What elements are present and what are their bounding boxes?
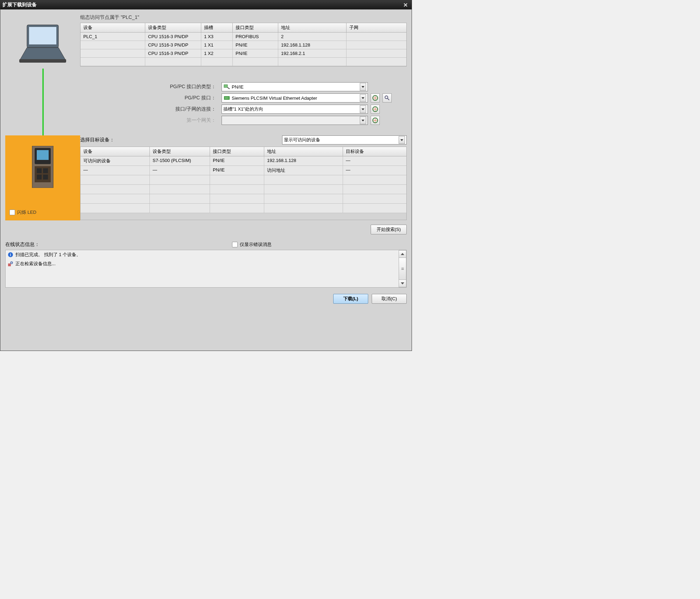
show-devices-select[interactable]: 显示可访问的设备 [282, 135, 407, 145]
table-row [80, 185, 406, 194]
plc-icon [30, 146, 55, 188]
checkbox-icon [9, 210, 15, 215]
search-icon [384, 95, 390, 101]
table-row[interactable]: CPU 1516-3 PN/DP 1 X2 PN/IE 192.168.2.1 [80, 49, 406, 58]
svg-rect-9 [227, 97, 229, 99]
select-target-label: 选择目标设备： [80, 137, 114, 143]
chevron-down-icon [399, 136, 405, 144]
chevron-down-icon [360, 94, 366, 102]
col-iftype: 接口类型 [233, 23, 278, 32]
cancel-button[interactable]: 取消(C) [372, 294, 407, 304]
pgpc-if-type-select[interactable]: PN/IE [222, 82, 368, 91]
flash-led-label: 闪烁 LED [17, 209, 36, 216]
if-value: Siemens PLCSIM Virtual Ethernet Adapter [232, 96, 360, 101]
subnet-settings-button[interactable] [371, 105, 380, 114]
gateway-select [222, 116, 368, 125]
svg-line-5 [227, 87, 230, 89]
status-item: ? 正在检索设备信息... [6, 259, 406, 268]
shield-icon [372, 106, 378, 112]
download-button[interactable]: 下载(L) [333, 294, 368, 304]
if-search-button[interactable] [383, 93, 392, 103]
dialog-content: 组态访问节点属于 "PLC_1" 设备 设备类型 插槽 接口类型 地址 子网 P… [0, 9, 412, 351]
flash-led-checkbox[interactable]: 闪烁 LED [9, 209, 36, 216]
status-label: 在线状态信息： [5, 241, 40, 248]
pnie-icon [223, 84, 230, 90]
svg-rect-3 [19, 59, 66, 63]
svg-rect-19 [37, 168, 42, 173]
tcol-target: 目标设备 [343, 147, 406, 156]
svg-marker-2 [20, 48, 65, 60]
svg-rect-7 [225, 97, 226, 99]
scroll-up-button[interactable] [399, 250, 406, 258]
if-label: PG/PC 接口： [80, 95, 219, 101]
scroll-down-button[interactable] [399, 280, 406, 287]
subnet-value: 插槽"1 X1"处的方向 [223, 106, 360, 112]
status-item: i 扫描已完成。 找到了 1 个设备。 [6, 250, 406, 259]
show-devices-value: 显示可访问的设备 [284, 137, 399, 143]
scrollbar[interactable] [399, 250, 406, 287]
subnet-select[interactable]: 插槽"1 X1"处的方向 [222, 105, 368, 114]
gateway-label: 第一个网关： [80, 117, 219, 124]
svg-point-11 [385, 96, 388, 99]
table-row [80, 175, 406, 185]
if-type-value: PN/IE [232, 84, 360, 90]
tcol-devtype: 设备类型 [150, 147, 210, 156]
pgpc-if-select[interactable]: Siemens PLCSIM Virtual Ethernet Adapter [222, 93, 368, 103]
target-table: 设备 设备类型 接口类型 地址 目标设备 可访问的设备 S7-1500 (PLC… [80, 147, 407, 220]
shield-icon [372, 95, 378, 101]
col-devtype: 设备类型 [145, 23, 201, 32]
show-errors-only-checkbox[interactable]: 仅显示错误消息 [232, 241, 272, 248]
svg-rect-17 [37, 150, 49, 160]
adapter-icon [223, 95, 230, 101]
table-row [80, 58, 406, 66]
table-row [80, 194, 406, 204]
subnet-label: 接口/子网的连接： [80, 106, 219, 112]
search-device-icon: ? [8, 261, 13, 267]
start-search-button[interactable]: 开始搜索(S) [371, 225, 407, 234]
titlebar: 扩展下载到设备 ✕ [0, 0, 412, 9]
col-device: 设备 [80, 23, 145, 32]
table-row[interactable]: 可访问的设备 S7-1500 (PLCSIM) PN/IE 192.168.1.… [80, 156, 406, 166]
show-errors-only-label: 仅显示错误消息 [240, 241, 272, 248]
target-device-panel: 闪烁 LED [5, 135, 80, 220]
tcol-address: 地址 [264, 147, 343, 156]
col-subnet: 子网 [346, 23, 406, 32]
table-row[interactable]: CPU 1516-3 PN/DP 1 X1 PN/IE 192.168.1.12… [80, 41, 406, 49]
gateway-settings-button[interactable] [371, 116, 380, 125]
col-slot: 插槽 [201, 23, 233, 32]
chevron-down-icon [360, 117, 366, 124]
svg-rect-20 [43, 168, 48, 173]
chevron-down-icon [360, 83, 366, 91]
dialog-title: 扩展下载到设备 [2, 2, 37, 8]
table-row [80, 204, 406, 213]
checkbox-icon [232, 242, 238, 247]
svg-text:i: i [10, 253, 11, 257]
laptop-icon [16, 23, 69, 65]
info-icon: i [8, 252, 13, 258]
nodes-caption: 组态访问节点属于 "PLC_1" [80, 14, 407, 21]
status-list: i 扫描已完成。 找到了 1 个设备。 ? 正在检索设备信息... [5, 250, 407, 288]
nodes-table: 设备 设备类型 插槽 接口类型 地址 子网 PLC_1 CPU 1516-3 P… [80, 23, 407, 66]
svg-line-12 [387, 98, 389, 100]
svg-rect-1 [29, 27, 56, 44]
if-type-label: PG/PC 接口的类型： [80, 84, 219, 90]
tcol-device: 设备 [80, 147, 150, 156]
svg-rect-22 [43, 175, 48, 179]
shield-icon [372, 118, 378, 123]
close-button[interactable]: ✕ [401, 1, 410, 8]
svg-rect-4 [224, 85, 227, 87]
svg-rect-21 [37, 175, 42, 179]
scroll-menu-button[interactable] [399, 258, 406, 280]
svg-text:?: ? [11, 261, 13, 265]
chevron-down-icon [360, 105, 366, 113]
svg-rect-8 [226, 97, 227, 99]
tcol-iftype: 接口类型 [210, 147, 264, 156]
col-address: 地址 [278, 23, 346, 32]
if-settings-button[interactable] [371, 93, 380, 103]
download-dialog: 扩展下载到设备 ✕ 组态访问节点属于 "PLC_1" 设备 设备类型 [0, 0, 412, 351]
table-row[interactable]: PLC_1 CPU 1516-3 PN/DP 1 X3 PROFIBUS 2 [80, 33, 406, 41]
table-row[interactable]: — — PN/IE 访问地址 — [80, 166, 406, 175]
